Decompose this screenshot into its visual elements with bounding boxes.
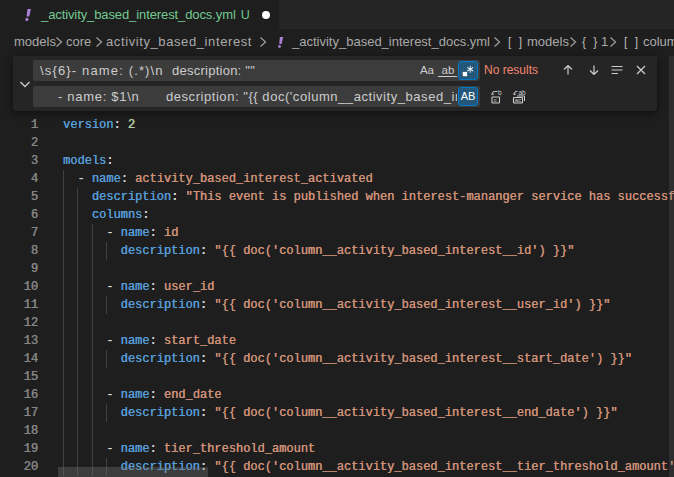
- svg-text:b: b: [498, 89, 502, 96]
- svg-text:ac: ac: [515, 97, 521, 103]
- svg-text:ab: ab: [519, 89, 527, 96]
- svg-text:c: c: [494, 97, 497, 103]
